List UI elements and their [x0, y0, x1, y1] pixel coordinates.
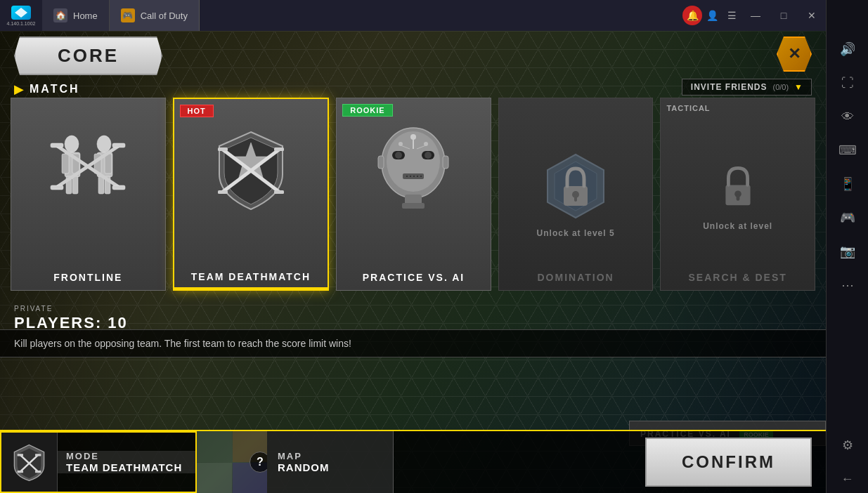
tdm-icon: [205, 125, 297, 216]
home-tab-label: Home: [73, 11, 98, 21]
mode-selected-name: TEAM DEATHMATCH: [66, 461, 187, 473]
bluestacks-logo: 4.140.1.1002: [0, 0, 42, 31]
sidebar-gamepad-icon[interactable]: 🎮: [834, 204, 862, 232]
invite-dropdown-icon: ▼: [794, 82, 803, 92]
svg-rect-58: [18, 454, 23, 456]
bs-logo-icon: [11, 6, 31, 20]
svg-rect-22: [218, 147, 228, 151]
search-destroy-unlock-text: Unlock at level: [703, 221, 772, 231]
core-button[interactable]: CORE: [14, 37, 162, 75]
players-section: PRIVATE PLAYERS: 10: [14, 305, 128, 332]
match-arrow-icon: ▶: [14, 81, 24, 97]
sidebar-camera-icon[interactable]: 📷: [834, 237, 862, 265]
bs-version: 4.140.1.1002: [7, 21, 36, 26]
match-label: MATCH: [30, 83, 80, 96]
svg-rect-60: [18, 470, 23, 472]
game-tab-label: Call of Duty: [141, 11, 188, 21]
sidebar-phone-icon[interactable]: 📱: [834, 170, 862, 198]
home-tab-icon: 🏠: [53, 8, 67, 22]
svg-point-31: [425, 152, 432, 159]
sidebar-view-icon[interactable]: 👁: [834, 103, 862, 131]
right-sidebar: 🔊 ⛶ 👁 ⌨ 📱 🎮 📷 ⋯ ⚙ ←: [826, 0, 868, 493]
map-sublabel: MAP: [278, 451, 382, 461]
domination-mode-name: DOMINATION: [537, 272, 614, 283]
account-icon[interactable]: 👤: [702, 6, 722, 25]
svg-point-36: [399, 142, 403, 146]
game-area: CORE ✕ ▶ MATCH INVITE FRIENDS (0/0) ▼: [0, 31, 826, 493]
sidebar-back-icon[interactable]: ←: [834, 465, 862, 493]
map-thumbnail: ?: [197, 431, 267, 493]
domination-unlock-text: Unlock at level 5: [537, 228, 615, 238]
svg-rect-11: [98, 176, 104, 194]
svg-rect-18: [112, 185, 125, 190]
svg-rect-61: [35, 470, 41, 472]
svg-rect-39: [402, 203, 425, 209]
pvai-mode-name: PRACTICE VS. AI: [363, 272, 465, 283]
sidebar-settings-icon[interactable]: ⚙: [834, 431, 862, 459]
close-x-icon: ✕: [788, 45, 801, 63]
private-label: PRIVATE: [14, 305, 128, 313]
svg-point-7: [97, 136, 111, 152]
tdm-card-image: [174, 99, 328, 242]
svg-point-37: [424, 142, 428, 146]
svg-rect-10: [105, 154, 112, 173]
game-modes-container: FRONTLINE HOT: [11, 98, 815, 291]
search-destroy-mode-name: SEARCH & DEST: [688, 272, 786, 283]
tdm-mode-name: TEAM DEATHMATCH: [191, 271, 311, 282]
search-destroy-mode-card[interactable]: TACTICAL Unlock at level SEARCH & DEST: [660, 98, 815, 291]
svg-rect-17: [51, 185, 63, 190]
close-button[interactable]: ✕: [798, 0, 826, 31]
svg-rect-47: [443, 156, 448, 169]
tdm-mode-card[interactable]: HOT TEAM DEATHMATCH: [173, 98, 330, 291]
invite-friends-label: INVITE FRIENDS: [691, 82, 767, 92]
frontline-card-image: [11, 98, 165, 242]
invite-friends-section[interactable]: INVITE FRIENDS (0/0) ▼: [682, 79, 812, 96]
match-description: Kill players on the opposing team. The f…: [14, 338, 351, 349]
svg-rect-59: [35, 454, 41, 456]
map-cell-3: [197, 463, 232, 494]
mode-selector-icon: [1, 431, 58, 493]
minimize-button[interactable]: —: [741, 0, 770, 31]
close-dialog-button[interactable]: ✕: [777, 37, 812, 72]
svg-rect-24: [218, 190, 228, 194]
map-selected-name: RANDOM: [278, 461, 382, 473]
search-destroy-lock-icon: [710, 158, 766, 214]
map-selector[interactable]: ? MAP RANDOM: [197, 431, 394, 493]
map-cell-1: [197, 431, 232, 462]
mode-icon-shield: [10, 443, 48, 482]
frontline-mode-name: FRONTLINE: [53, 272, 122, 283]
svg-rect-55: [736, 194, 739, 201]
domination-mode-card[interactable]: Unlock at level 5 DOMINATION: [498, 98, 654, 291]
map-selector-info: MAP RANDOM: [267, 451, 393, 473]
mode-selector[interactable]: MODE TEAM DEATHMATCH: [0, 431, 197, 493]
mode-selector-info: MODE TEAM DEATHMATCH: [58, 451, 195, 473]
mode-sublabel: MODE: [66, 451, 187, 461]
svg-point-30: [395, 152, 402, 159]
sidebar-fullscreen-icon[interactable]: ⛶: [834, 69, 862, 97]
selected-indicator: [174, 287, 328, 289]
svg-rect-46: [378, 156, 384, 169]
domination-lock-overlay: Unlock at level 5: [499, 98, 653, 290]
maximize-button[interactable]: □: [770, 0, 798, 31]
menu-icon[interactable]: ☰: [722, 6, 741, 25]
frontline-mode-card[interactable]: FRONTLINE: [11, 98, 166, 291]
notification-bell-icon[interactable]: 🔔: [682, 6, 702, 25]
svg-point-33: [410, 134, 416, 140]
svg-rect-16: [112, 143, 125, 147]
pvai-mode-card[interactable]: ROOKIE: [336, 98, 491, 291]
sidebar-more-icon[interactable]: ⋯: [834, 271, 862, 299]
frontline-icon: [42, 124, 134, 216]
description-bar: Kill players on the opposing team. The f…: [0, 329, 826, 357]
svg-rect-25: [274, 190, 284, 194]
confirm-button[interactable]: CONFIRM: [645, 438, 812, 487]
sidebar-volume-icon[interactable]: 🔊: [834, 35, 862, 63]
svg-marker-0: [15, 8, 27, 18]
map-random-icon: ?: [250, 452, 267, 473]
titlebar: 4.140.1.1002 🏠 Home 🎮 Call of Duty 🔔 👤 ☰…: [0, 0, 826, 31]
tab-home[interactable]: 🏠 Home: [42, 0, 110, 31]
tab-game[interactable]: 🎮 Call of Duty: [110, 0, 200, 31]
sidebar-keyboard-icon[interactable]: ⌨: [834, 136, 862, 164]
bottom-bar: MODE TEAM DEATHMATCH ? MAP RANDOM: [0, 430, 826, 493]
svg-rect-52: [574, 195, 577, 202]
core-header: CORE: [14, 37, 162, 75]
